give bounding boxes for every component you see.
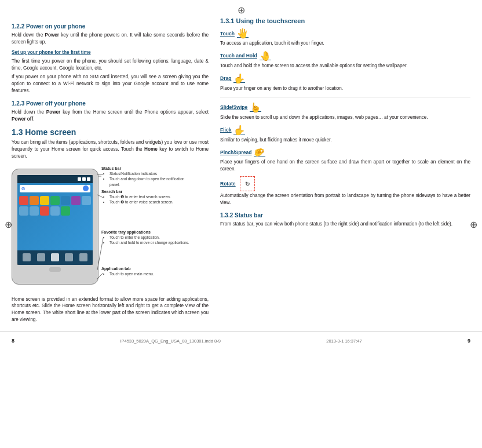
compass-right-icon: ⊕ [470, 218, 477, 230]
fav-tray-ann-item1: Touch to enter the application. [109, 235, 189, 240]
page-container: ⊕ ⊕ ⊕ 1.2.2 Power on your phone Hold dow… [0, 0, 482, 448]
tray-icon-3 [51, 253, 59, 261]
app-tab-ann-item1: Touch to open main menu. [109, 271, 154, 276]
status-bar-area [17, 175, 93, 183]
back-arrow-icon [12, 216, 12, 225]
search-bar-ann-title: Search bar [101, 189, 173, 195]
touch-hand-icon: 🖐 [237, 28, 249, 39]
status-bar-ann-title: Status bar [101, 166, 191, 172]
touch-item-header: Touch 🖐 [220, 28, 470, 39]
section-13-para2: Home screen is provided in an extended f… [12, 296, 209, 324]
slide-item-header: Slide/Swipe ☝ [220, 102, 470, 113]
slide-label: Slide/Swipe [220, 104, 247, 110]
app-tab-ann-title: Application tab [101, 266, 154, 272]
section-13-heading: 1.3 Home screen [12, 128, 209, 137]
app-icon-11 [50, 206, 60, 216]
section-123-heading: 1.2.3 Power off your phone [12, 100, 209, 107]
pinch-label: Pinch/Spread [220, 150, 251, 155]
section-132-desc: From status bar, you can view both phone… [220, 221, 470, 228]
mic-icon [83, 185, 89, 191]
app-icon-3 [40, 196, 49, 205]
section-122-para3: If you power on your phone with no SIM c… [12, 74, 209, 94]
rotate-item-header: Rotate ↻ [220, 176, 470, 191]
drag-item-header: Drag 👆 [220, 73, 470, 84]
app-icon-9 [30, 206, 39, 216]
section-132-heading: 1.3.2 Status bar [220, 212, 470, 218]
divider-1 [220, 97, 470, 97]
compass-top-icon: ⊕ [238, 5, 245, 16]
left-column: 1.2.2 Power on your phone Hold down the … [12, 17, 209, 326]
setup-phone-title: Set up your phone for the first time [12, 49, 209, 56]
rotate-dashed-box-icon: ↻ [240, 176, 255, 191]
right-page-number: 9 [468, 338, 470, 344]
phone-body: G [12, 169, 98, 285]
touch-hold-hand-icon: ✋ [260, 50, 271, 61]
footer-date: 2013-3-1 16:37:47 [326, 338, 362, 344]
pinch-item-header: Pinch/Spread 🤏 [220, 147, 470, 158]
tray-icon-4 [65, 253, 73, 261]
app-icon-7 [82, 196, 91, 205]
status-icon-1 [78, 177, 81, 181]
flick-item-header: Flick 👆 [220, 125, 470, 136]
touch-hold-item-header: Touch and Hold ✋ [220, 50, 470, 61]
tray-icon-5 [79, 253, 87, 261]
drag-hand-icon: 👆 [233, 73, 245, 84]
section-122-heading: 1.2.2 Power on your phone [12, 23, 209, 30]
page-footer: 8 IP4533_5020A_QG_Eng_USA_08_130301.indd… [0, 332, 482, 348]
annotation-app-tab: Application tab Touch to open main menu. [101, 266, 154, 277]
google-search-bar: G [20, 185, 90, 192]
app-icon-6 [71, 196, 81, 205]
flick-hand-icon: 👆 [233, 125, 245, 136]
app-icon-10 [40, 206, 49, 216]
tray-icon-2 [37, 253, 45, 261]
drag-desc: Place your finger on any item to drag it… [220, 85, 470, 92]
drag-label: Drag [220, 75, 231, 81]
search-bar-ann-item1: Touch ❶ to enter text search screen. [109, 194, 173, 199]
app-icon-2 [30, 196, 39, 205]
app-icon-5 [61, 196, 70, 205]
app-icon-1 [19, 196, 28, 205]
touch-hold-desc: Touch and hold the home screen to access… [220, 63, 470, 70]
slide-hand-icon: ☝ [250, 102, 261, 113]
section-13-para1: You can bring all the items (application… [12, 139, 209, 160]
annotation-status-bar: Status bar Status/Notification indicator… [101, 166, 191, 187]
rotate-label: Rotate [220, 181, 235, 187]
rotate-arrows: ↻ [245, 181, 250, 187]
home-button [49, 267, 61, 272]
section-122-para1: Hold down the Power key until the phone … [12, 32, 209, 46]
status-icon-3 [87, 177, 90, 181]
fav-tray-ann-item2: Touch and hold to move or change applica… [109, 240, 189, 245]
search-bar-ann-item2: Touch ❷ to enter voice search screen. [109, 199, 173, 205]
section-122-para2: The first time you power on the phone, y… [12, 58, 209, 72]
pinch-desc: Place your fingers of one hand on the sc… [220, 159, 470, 173]
flick-desc: Similar to swiping, but flicking makes i… [220, 137, 470, 144]
footer-filename: IP4533_5020A_QG_Eng_USA_08_130301.indd 8… [120, 338, 220, 344]
two-column-layout: 1.2.2 Power on your phone Hold down the … [0, 17, 482, 326]
touch-label: Touch [220, 31, 235, 37]
right-column: 1.3.1 Using the touchscreen Touch 🖐 To a… [220, 17, 470, 326]
status-icon-2 [82, 177, 86, 181]
slide-desc: Slide the screen to scroll up and down t… [220, 114, 470, 121]
tray-icon-1 [23, 253, 31, 261]
app-icon-12 [61, 206, 70, 216]
flick-label: Flick [220, 127, 231, 133]
pinch-hand-icon: 🤏 [254, 147, 265, 158]
app-icon-4 [50, 196, 60, 205]
phone-diagram: G [12, 163, 191, 296]
touch-hold-label: Touch and Hold [220, 53, 257, 59]
fav-tray-ann-title: Favorite tray applications [101, 230, 189, 235]
google-letter: G [21, 186, 25, 191]
section-123-para1: Hold down the Power key from the Home sc… [12, 109, 209, 123]
touch-desc: To access an application, touch it with … [220, 40, 470, 47]
favorite-tray [17, 250, 93, 265]
annotation-search-bar: Search bar Touch ❶ to enter text search … [101, 189, 173, 205]
phone-screen: G [17, 175, 93, 265]
left-page-number: 8 [12, 338, 14, 344]
section-131-heading: 1.3.1 Using the touchscreen [220, 17, 470, 24]
annotation-favorite-tray: Favorite tray applications Touch to ente… [101, 230, 189, 246]
apps-grid [17, 194, 93, 217]
rotate-desc: Automatically change the screen orientat… [220, 192, 470, 206]
app-icon-8 [19, 206, 28, 216]
